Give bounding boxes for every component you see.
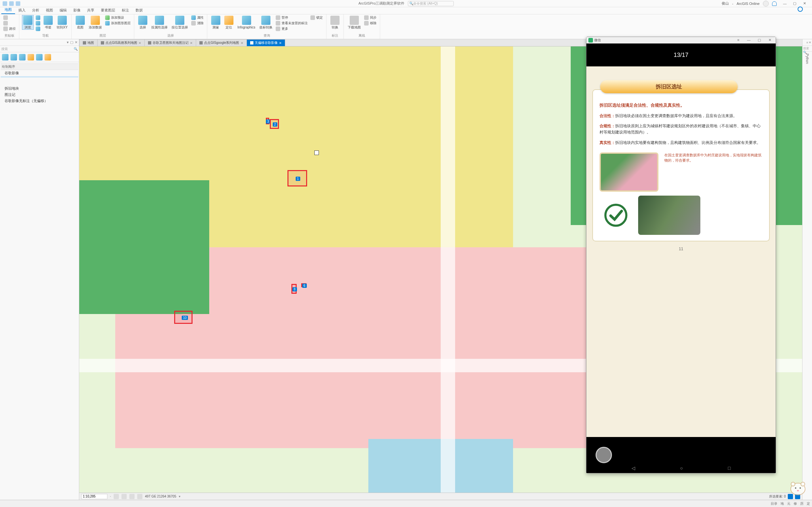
next-extent-button[interactable] <box>35 26 41 32</box>
list-by-drawing-icon[interactable] <box>2 54 8 60</box>
ribbon-tab-data[interactable]: 数据 <box>132 7 146 14</box>
ribbon-tab-analysis[interactable]: 分析 <box>29 7 43 14</box>
coord-convert-button[interactable]: 坐标转换 <box>258 15 274 30</box>
remove-button[interactable]: 移除 <box>363 20 377 26</box>
pane-search-input[interactable]: 搜索 🔍 <box>0 46 79 52</box>
list-by-snapping-icon[interactable] <box>36 54 43 60</box>
tree-item-imagery[interactable]: 谷歌影像无标注（无偏移） <box>1 98 78 104</box>
parcel-outline[interactable]: 2 <box>270 119 279 129</box>
command-search-input[interactable]: 🔍 命令搜索 (Alt+Q) <box>408 1 453 6</box>
wechat-titlebar[interactable]: 微信 ≡ — ▢ ✕ <box>587 37 776 44</box>
maximize-button[interactable]: ▢ <box>790 0 800 7</box>
pane-float-icon[interactable]: ▢ <box>70 40 73 45</box>
grid-button[interactable] <box>121 494 127 499</box>
tree-item-anno[interactable]: 图注记 <box>1 92 78 98</box>
nav-home-icon[interactable]: ○ <box>680 465 683 471</box>
cut-button[interactable] <box>3 15 16 20</box>
tree-group-selected[interactable] <box>1 76 78 77</box>
wechat-minimize-button[interactable]: — <box>745 38 753 42</box>
wechat-window[interactable]: 微信 ≡ — ▢ ✕ 13/17 拆旧区选址 拆旧区选址须满足合法性、合规性及真… <box>586 37 776 473</box>
add-preset-button[interactable]: 添加预设 <box>104 15 131 20</box>
measure-button[interactable]: 测量 <box>210 15 222 30</box>
right-search[interactable]: 搜索 🔍 <box>803 46 812 52</box>
user-name[interactable]: 俊山 <box>722 1 729 6</box>
attributes-button[interactable]: 属性 <box>191 15 204 20</box>
select-by-loc-button[interactable]: 按位置选择 <box>170 15 189 30</box>
lock-button[interactable]: 锁定 <box>310 15 323 20</box>
status-tab[interactable]: 地 <box>780 501 784 506</box>
close-tab-icon[interactable]: ✕ <box>190 41 193 45</box>
ribbon-tab-view[interactable]: 视图 <box>43 7 56 14</box>
close-tab-icon[interactable]: ✕ <box>241 41 243 45</box>
status-tab[interactable]: 元 <box>787 501 791 506</box>
tree-item-parcel[interactable]: 拆旧地块 <box>1 86 78 92</box>
dock-menu-icon[interactable]: ≡ <box>806 41 808 44</box>
select-by-attr-button[interactable]: 按属性选择 <box>150 15 169 30</box>
nav-recent-icon[interactable]: □ <box>728 465 730 471</box>
add-data-button[interactable]: 添加数据 <box>88 15 103 30</box>
basemap-button[interactable]: 底图 <box>74 15 86 30</box>
account-name[interactable]: ArcGIS Online <box>737 2 760 6</box>
infographics-button[interactable]: Infographics <box>236 15 256 30</box>
map-tab[interactable]: 点点GIS高德系列地图✕ <box>97 39 145 46</box>
close-tab-icon[interactable]: ✕ <box>139 41 141 45</box>
explore-button[interactable]: 浏览 <box>22 15 34 30</box>
python-pane-tab[interactable]: Python <box>805 52 809 66</box>
pane-menu-icon[interactable]: ▾ <box>67 40 69 45</box>
copy-path-button[interactable]: 路径 <box>3 26 16 32</box>
ribbon-tab-labeling[interactable]: 标注 <box>118 7 132 14</box>
map-tab[interactable]: 谷歌卫星图和天地图注记✕ <box>144 39 196 46</box>
list-by-labeling-icon[interactable] <box>45 54 51 60</box>
parcel-outline[interactable]: 3 <box>266 118 269 124</box>
correction-button[interactable] <box>137 494 142 499</box>
wechat-content[interactable]: 拆旧区选址 拆旧区选址须满足合法性、合规性及真实性。 合法性：拆旧地块必须在国土… <box>587 66 776 437</box>
prev-extent-button[interactable] <box>35 20 41 26</box>
close-tab-icon[interactable]: ✕ <box>279 41 282 45</box>
map-tab[interactable]: 地图 <box>79 39 98 46</box>
dock-close-icon[interactable]: ✕ <box>809 41 811 44</box>
select-button[interactable]: 选择 <box>137 15 149 30</box>
save-icon[interactable] <box>3 1 7 6</box>
snap-button[interactable] <box>129 494 135 499</box>
parcel-outline[interactable]: 1 <box>288 170 307 186</box>
list-by-editing-icon[interactable] <box>28 54 34 60</box>
convert-button[interactable]: 转换 <box>329 15 341 30</box>
wechat-menu-button[interactable]: ≡ <box>734 38 742 42</box>
minimize-button[interactable]: — <box>780 0 790 7</box>
wechat-maximize-button[interactable]: ▢ <box>755 38 763 42</box>
bookmarks-button[interactable]: 书签 <box>42 15 54 30</box>
status-tab[interactable]: 修 <box>794 501 797 506</box>
goto-xy-button[interactable]: 转到XY <box>55 15 69 30</box>
nav-back-icon[interactable]: ◁ <box>631 465 635 471</box>
list-by-source-icon[interactable] <box>10 54 17 60</box>
list-by-selection-icon[interactable] <box>19 54 26 60</box>
download-map-button[interactable]: 下载地图 <box>346 15 362 30</box>
close-button[interactable]: ✕ <box>800 0 809 7</box>
sync-button[interactable]: 同步 <box>363 15 377 20</box>
ribbon-tab-feature-layer[interactable]: 要素图层 <box>98 7 118 14</box>
pane-close-icon[interactable]: ✕ <box>74 40 78 45</box>
ribbon-tab-imagery[interactable]: 影像 <box>70 7 84 14</box>
add-graphics-layer-button[interactable]: 添加图形图层 <box>104 20 131 26</box>
parcel-outline[interactable]: 6 <box>301 283 306 287</box>
avatar-icon[interactable] <box>763 1 769 7</box>
selected-features-label[interactable]: 所选要素: 0 <box>769 494 786 499</box>
map-tab-active[interactable]: 无偏移谷歌影像✕ <box>247 39 285 46</box>
pause-button[interactable]: 暂停 <box>275 15 308 20</box>
ribbon-tab-insert[interactable]: 插入 <box>15 7 29 14</box>
tree-group[interactable]: 谷歌影像 <box>1 70 78 76</box>
parcel-outline[interactable]: 10 <box>174 311 193 324</box>
full-extent-button[interactable] <box>35 15 41 20</box>
shutter-button[interactable] <box>596 447 612 463</box>
redo-icon[interactable] <box>16 1 20 6</box>
status-tab[interactable]: 历 <box>800 501 804 506</box>
help-icon[interactable] <box>798 7 803 12</box>
clear-selection-button[interactable]: 清除 <box>191 20 204 26</box>
status-tab[interactable]: 定 <box>807 501 810 506</box>
status-tab[interactable]: 目录 <box>771 501 777 506</box>
map-tab[interactable]: 点点GISgoogle系列地图✕ <box>196 39 247 46</box>
wechat-close-button[interactable]: ✕ <box>766 38 774 42</box>
view-unplaced-button[interactable]: 查看未放置的标注 <box>275 20 308 26</box>
rotate-button[interactable] <box>114 494 119 499</box>
parcel-outline[interactable]: 8 <box>291 284 297 294</box>
